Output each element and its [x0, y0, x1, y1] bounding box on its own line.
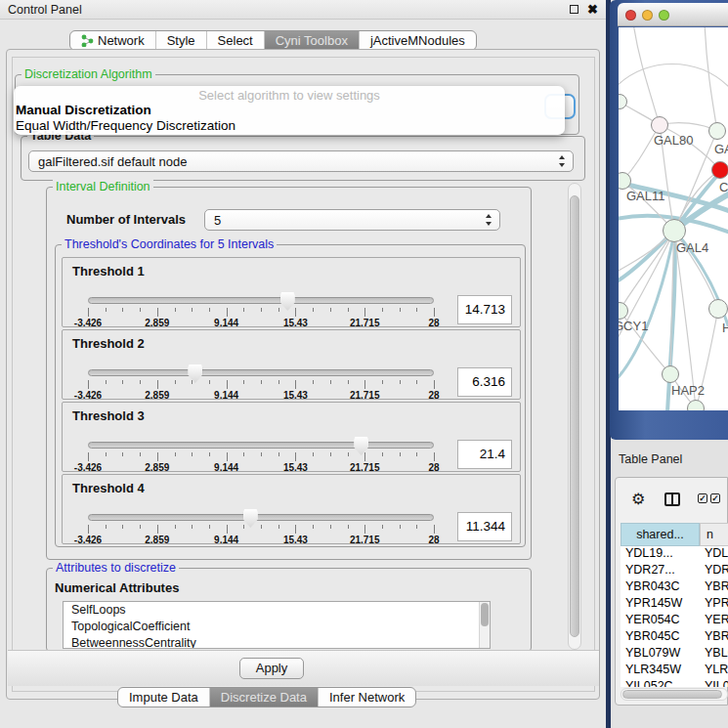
- table-scrollbar-thumb[interactable]: [622, 690, 722, 699]
- node-red[interactable]: [711, 161, 728, 179]
- threshold-value-field[interactable]: 14.713: [457, 295, 512, 324]
- table-row[interactable]: YDL19...YDL1: [621, 546, 728, 563]
- tick-mark: [192, 308, 193, 312]
- group-title-thresholds: Threshold's Coordinates for 5 Intervals: [62, 237, 277, 251]
- node-ga[interactable]: [708, 122, 726, 140]
- close-traffic-light[interactable]: [625, 10, 636, 21]
- network-canvas[interactable]: GAL80GACGAL11GAL4GCY1HHAP2: [619, 27, 728, 410]
- numerical-attributes-list[interactable]: SelfLoopsTopologicalCoefficientBetweenne…: [63, 601, 491, 649]
- tick-label: -3.426: [74, 318, 102, 328]
- threshold-label: Threshold 4: [72, 481, 145, 495]
- settings-scrollbar-thumb[interactable]: [570, 195, 579, 637]
- table-row[interactable]: YBR045CYBR0: [621, 629, 728, 646]
- split-view-icon[interactable]: [664, 492, 680, 506]
- attributes-list-scrollbar[interactable]: [479, 602, 490, 648]
- tick-mark: [140, 308, 141, 312]
- table-row[interactable]: YIL052CYIL0: [621, 679, 728, 687]
- tab-jactivemnodules[interactable]: jActiveMNodules: [359, 31, 476, 50]
- popup-option-manual[interactable]: Manual Discretization: [16, 103, 151, 117]
- table-row[interactable]: YDR27...YDR2: [621, 563, 728, 579]
- tick-mark: [175, 308, 176, 312]
- tick-label: 15.43: [283, 462, 308, 473]
- cell-name: YPR1: [699, 596, 728, 610]
- cell-name: YDL1: [699, 546, 728, 560]
- table-row[interactable]: YLR345WYLR3: [621, 663, 728, 679]
- float-window-icon[interactable]: [570, 5, 578, 14]
- attribute-list-item[interactable]: TopologicalCoefficient: [64, 619, 490, 635]
- table-data-combobox[interactable]: galFiltered.sif default node: [28, 150, 574, 172]
- threshold-panel: Threshold 4 -3.4262.8599.14415.4321.7152…: [62, 474, 521, 544]
- threshold-value-field[interactable]: 21.4: [457, 440, 512, 469]
- group-title-interval-definition: Interval Definition: [53, 180, 153, 193]
- settings-vertical-scrollbar[interactable]: [568, 183, 581, 650]
- threshold-slider: -3.4262.8599.14415.4321.71528: [88, 367, 434, 401]
- threshold-value-field[interactable]: 11.344: [457, 512, 512, 541]
- tick-label: -3.426: [74, 535, 102, 545]
- tick-label: 2.859: [145, 462, 169, 473]
- tab-cyni-toolbox[interactable]: Cyni Toolbox: [264, 31, 359, 50]
- close-icon[interactable]: ✖: [587, 2, 598, 17]
- attribute-list-item[interactable]: SelfLoops: [64, 602, 490, 619]
- zoom-traffic-light[interactable]: [659, 10, 669, 21]
- threshold-slider-track[interactable]: [88, 514, 434, 521]
- cell-shared-name: YPR145W: [621, 596, 699, 610]
- tick-mark: [227, 308, 228, 317]
- column-header-name[interactable]: n: [700, 523, 728, 546]
- thresholds-group: Threshold's Coordinates for 5 Intervals …: [55, 244, 526, 547]
- slider-tick-labels: -3.4262.8599.14415.4321.71528: [88, 318, 434, 328]
- attributes-scrollbar-thumb[interactable]: [481, 603, 489, 626]
- tab-impute-data[interactable]: Impute Data: [118, 688, 209, 707]
- table-row[interactable]: YER054CYER0: [621, 613, 728, 629]
- tick-mark: [416, 380, 417, 384]
- popup-option-equal-width[interactable]: Equal Width/Frequency Discretization: [16, 118, 236, 133]
- threshold-slider-track[interactable]: [88, 442, 434, 449]
- table-row[interactable]: YPR145WYPR1: [621, 596, 728, 613]
- tick-label: 28: [428, 318, 439, 328]
- table-row[interactable]: YBR043CYBR0: [621, 579, 728, 596]
- gear-icon[interactable]: ⚙: [631, 490, 645, 508]
- tick-mark: [295, 452, 296, 461]
- tab-label: Style: [167, 33, 195, 48]
- apply-button[interactable]: Apply: [239, 658, 304, 679]
- tick-mark: [400, 452, 401, 456]
- threshold-slider-track[interactable]: [88, 369, 434, 376]
- threshold-label: Threshold 3: [72, 408, 145, 423]
- tick-mark: [157, 452, 158, 461]
- node-label-c: C: [719, 180, 728, 194]
- attributes-group: Attributes to discretize Numerical Attri…: [46, 568, 532, 652]
- tab-style[interactable]: Style: [155, 31, 206, 50]
- tick-label: 9.144: [214, 390, 238, 401]
- cyni-toolbox-panel: Discretization Algorithm Select algorith…: [6, 49, 600, 700]
- tick-mark: [227, 452, 228, 461]
- node-gal80[interactable]: [651, 116, 668, 134]
- table-data-group: Table Data galFiltered.sif default node: [21, 136, 585, 181]
- tab-discretize-data[interactable]: Discretize Data: [209, 688, 318, 707]
- threshold-value-field[interactable]: 6.316: [457, 367, 512, 397]
- tab-network[interactable]: Network: [70, 31, 155, 50]
- node-h[interactable]: [708, 299, 728, 319]
- tick-mark: [382, 525, 383, 529]
- tab-select[interactable]: Select: [206, 31, 264, 50]
- control-panel-titlebar: Control Panel ✖: [0, 0, 606, 20]
- node-hap2[interactable]: [662, 365, 679, 383]
- slider-ticks: [88, 308, 434, 317]
- attribute-list-item[interactable]: BetweennessCentrality: [64, 635, 490, 649]
- tick-label: 28: [428, 462, 439, 473]
- tick-mark: [348, 525, 349, 529]
- tick-mark: [416, 525, 417, 529]
- column-header-shared-name[interactable]: shared...: [621, 523, 700, 546]
- minimize-traffic-light[interactable]: [642, 10, 653, 21]
- node-label-gal4: GAL4: [676, 240, 708, 255]
- checkbox-icon[interactable]: ✓: [710, 493, 720, 503]
- tab-infer-network[interactable]: Infer Network: [318, 688, 415, 707]
- threshold-slider-track[interactable]: [88, 297, 434, 304]
- table-row[interactable]: YBL079WYBL0: [621, 646, 728, 663]
- checkbox-icon[interactable]: ✓: [698, 493, 707, 503]
- node-gal4[interactable]: [663, 219, 686, 242]
- tick-mark: [330, 452, 331, 456]
- tick-mark: [261, 452, 262, 456]
- node-label-gal80: GAL80: [654, 133, 693, 148]
- table-horizontal-scrollbar[interactable]: [621, 688, 728, 701]
- node-partial-bottom[interactable]: [687, 400, 705, 410]
- number-of-intervals-combobox[interactable]: 5: [204, 209, 500, 231]
